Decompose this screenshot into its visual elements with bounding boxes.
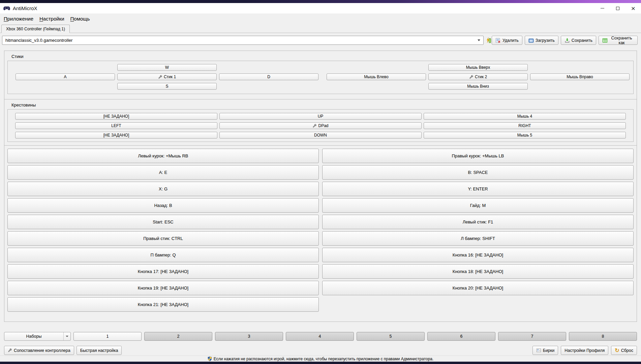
- close-icon: ×: [631, 5, 635, 12]
- profile-combobox[interactable]: hitmanclassic_v3.0.gamecontroller: [2, 36, 484, 45]
- window-controls: ×: [594, 3, 641, 13]
- save-profile-button[interactable]: Сохранить: [561, 36, 596, 45]
- uac-shield-icon: [208, 356, 212, 361]
- dpad-config-button[interactable]: DPad: [219, 122, 422, 129]
- mapping-left-bumper-button[interactable]: Л бампер: SHIFT: [322, 231, 634, 246]
- profile-buttons: Удалить Загрузить: [492, 36, 639, 45]
- minimize-icon: [601, 8, 604, 8]
- stick2-left-button[interactable]: Мышь Влево: [327, 73, 426, 80]
- wrench-config-icon: [158, 75, 162, 79]
- menu-application[interactable]: Приложение: [1, 14, 36, 23]
- titlebar: AntiMicroX ×: [0, 3, 641, 13]
- dpad-right-button[interactable]: RIGHT: [424, 122, 626, 129]
- reset-button[interactable]: ↻ Сброс: [611, 346, 637, 355]
- set-button-2[interactable]: 2: [144, 332, 212, 341]
- set-button-3[interactable]: 3: [215, 332, 283, 341]
- profile-combobox-value: hitmanclassic_v3.0.gamecontroller: [5, 38, 72, 43]
- window-title: AntiMicroX: [13, 5, 37, 11]
- mapping-y-button[interactable]: Y: ENTER: [322, 182, 634, 196]
- stick1-config-button[interactable]: Стик 1: [117, 73, 217, 80]
- profile-settings-button[interactable]: Настройки Профиля: [561, 346, 608, 355]
- dpad-upright-button[interactable]: Мышь 4: [424, 113, 626, 120]
- dpad-down-button[interactable]: DOWN: [219, 132, 422, 139]
- tags-button[interactable]: Бирки: [532, 346, 558, 355]
- chevron-down-icon: [478, 39, 480, 42]
- minimize-button[interactable]: [594, 3, 610, 13]
- mapping-left-trigger-button[interactable]: Левый курок: +Мышь RB: [7, 149, 319, 163]
- stick2-config-button[interactable]: Стик 2: [428, 73, 528, 80]
- controller-mapping-button[interactable]: Сопоставление контроллера: [4, 346, 74, 355]
- stick1-left-button[interactable]: A: [16, 73, 115, 80]
- button-mapping-grid: Левый курок: +Мышь RB Правый курок: +Мыш…: [4, 146, 637, 315]
- mapping-button-19[interactable]: Кнопка 19: [НЕ ЗАДАНО]: [7, 281, 319, 295]
- set-button-7[interactable]: 7: [498, 332, 566, 341]
- wrench-config-icon: [312, 124, 317, 128]
- wrench-config-icon: [469, 75, 474, 79]
- tab-pane: hitmanclassic_v3.0.gamecontroller: [0, 33, 641, 356]
- mapping-button-20[interactable]: Кнопка 20: [НЕ ЗАДАНО]: [322, 281, 634, 295]
- save-as-grid-icon: [602, 38, 608, 43]
- set-button-1[interactable]: 1: [73, 332, 142, 341]
- maximize-button[interactable]: [610, 3, 625, 13]
- menubar: Приложение Настройки Помощь: [0, 13, 641, 24]
- sticks-group-label: Стики: [7, 53, 634, 61]
- sets-dropdown[interactable]: Наборы: [4, 332, 71, 341]
- mapping-x-button[interactable]: X: G: [7, 182, 319, 196]
- close-button[interactable]: ×: [625, 3, 641, 13]
- stick1-down-button[interactable]: S: [117, 83, 217, 90]
- mapping-button-17[interactable]: Кнопка 17: [НЕ ЗАДАНО]: [7, 264, 319, 279]
- footer-row: Сопоставление контроллера Быстрая настро…: [4, 346, 637, 355]
- footer-right-buttons: Бирки Настройки Профиля ↻ Сброс: [532, 346, 637, 355]
- stick1-right-button[interactable]: D: [219, 73, 318, 80]
- dpad-up-button[interactable]: UP: [219, 113, 422, 120]
- maximize-icon: [616, 7, 619, 10]
- load-profile-button[interactable]: Загрузить: [525, 36, 558, 45]
- mapping-b-button[interactable]: B: SPACE: [322, 165, 634, 180]
- wrench-config-icon: [8, 348, 12, 353]
- mapping-right-bumper-button[interactable]: П бампер: Q: [7, 248, 319, 262]
- dpad-downright-button[interactable]: Мышь 5: [424, 132, 626, 139]
- mapping-right-trigger-button[interactable]: Правый курок: +Мышь LB: [322, 149, 634, 163]
- mapping-start-button[interactable]: Start: ESC: [7, 215, 319, 229]
- quick-set-button[interactable]: Быстрая настройка: [77, 346, 122, 355]
- mapping-right-stick-click-button[interactable]: Правый стик: CTRL: [7, 231, 319, 246]
- menu-help[interactable]: Помощь: [67, 14, 93, 23]
- right-stick-cluster: Мышь Вверх Мышь Влево Стик 2 Мышь Вправо…: [327, 64, 630, 94]
- mapping-guide-button[interactable]: Гайд: M: [322, 198, 634, 213]
- mapping-button-18[interactable]: Кнопка 18: [НЕ ЗАДАНО]: [322, 264, 634, 279]
- mapping-back-button[interactable]: Назад: B: [7, 198, 319, 213]
- folder-open-icon: [528, 38, 534, 43]
- stick2-up-button[interactable]: Мышь Вверх: [428, 64, 528, 71]
- set-button-6[interactable]: 6: [427, 332, 495, 341]
- stick2-right-button[interactable]: Мышь Вправо: [530, 73, 630, 80]
- set-button-4[interactable]: 4: [286, 332, 354, 341]
- save-as-profile-button[interactable]: Сохранить как: [599, 36, 638, 45]
- dpad-panel: [НЕ ЗАДАНО] UP Мышь 4 LEFT DPad RIGHT [Н…: [7, 109, 634, 142]
- stick2-down-button[interactable]: Мышь Вниз: [428, 83, 528, 90]
- mapping-button-21[interactable]: Кнопка 21: [НЕ ЗАДАНО]: [7, 297, 319, 312]
- dpad-left-button[interactable]: LEFT: [15, 122, 217, 129]
- mapping-left-stick-click-button[interactable]: Левый стик: F1: [322, 215, 634, 229]
- tab-controller[interactable]: Xbox 360 Controller (Геймпад 1): [1, 25, 70, 33]
- statusbar-message[interactable]: Если нажатия не распознаются игрой, нажм…: [214, 357, 434, 361]
- chevron-down-icon: [63, 332, 70, 340]
- text-tag-icon: [536, 348, 541, 353]
- dpad-group: Крестовины [НЕ ЗАДАНО] UP Мышь 4 LEFT DP…: [4, 99, 637, 146]
- menu-settings[interactable]: Настройки: [36, 14, 67, 23]
- sticks-panel: W A Стик 1 D S Мышь Вверх: [7, 61, 634, 94]
- controller-mapping-frame: Стики W A Стик 1 D S: [4, 51, 637, 322]
- list-remove-icon: [495, 38, 501, 43]
- dpad-group-label: Крестовины: [7, 102, 634, 109]
- stick1-up-button[interactable]: W: [117, 64, 217, 71]
- delete-profile-button[interactable]: Удалить: [492, 36, 522, 45]
- desktop-bottom-strip: [0, 362, 641, 364]
- mapping-button-16[interactable]: Кнопка 16: [НЕ ЗАДАНО]: [322, 248, 634, 262]
- dpad-downleft-button[interactable]: [НЕ ЗАДАНО]: [15, 132, 217, 139]
- mapping-a-button[interactable]: A: E: [7, 165, 319, 180]
- set-button-8[interactable]: 8: [569, 332, 637, 341]
- set-button-5[interactable]: 5: [357, 332, 425, 341]
- dpad-upleft-button[interactable]: [НЕ ЗАДАНО]: [15, 113, 217, 120]
- save-download-icon: [564, 38, 570, 43]
- left-stick-cluster: W A Стик 1 D S: [16, 64, 318, 94]
- sticks-group: Стики W A Стик 1 D S: [4, 51, 637, 99]
